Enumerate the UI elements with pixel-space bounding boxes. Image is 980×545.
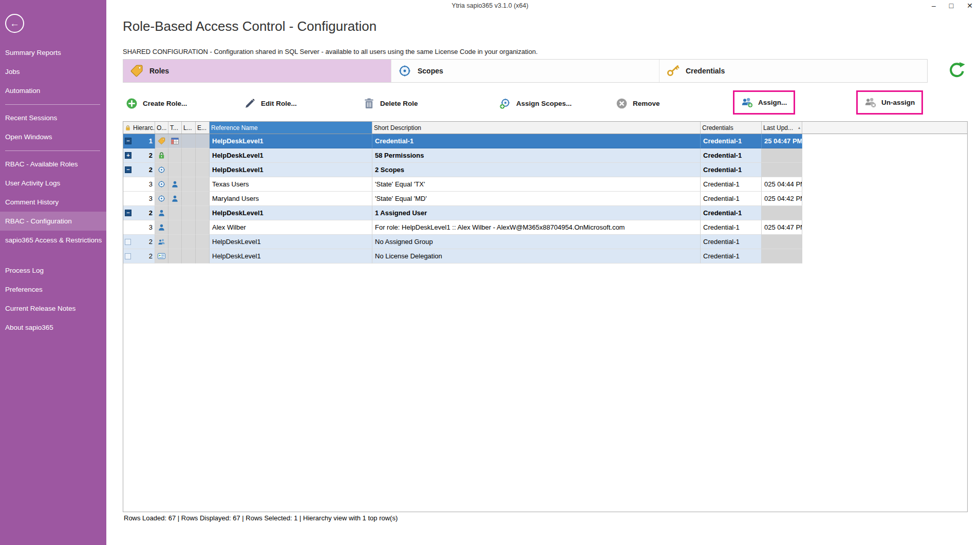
- cell-reference-name: HelpDeskLevel1: [210, 163, 372, 177]
- collapse-toggle[interactable]: −: [125, 138, 131, 144]
- tab-credentials[interactable]: Credentials: [659, 60, 927, 82]
- sidebar-item-user-activity-logs[interactable]: User Activity Logs: [0, 174, 106, 193]
- un-assign-button[interactable]: Un-assign: [856, 90, 923, 115]
- remove-button[interactable]: Remove: [616, 94, 660, 112]
- sidebar-item-rbac-configuration[interactable]: RBAC - Configuration: [0, 212, 106, 231]
- hierarchy-cell: −1: [123, 134, 155, 148]
- create-role-button[interactable]: Create Role...: [126, 94, 187, 112]
- sidebar-item-process-log[interactable]: Process Log: [0, 261, 106, 280]
- sidebar-item-jobs[interactable]: Jobs: [0, 62, 106, 81]
- assign-scopes-button[interactable]: Assign Scopes...: [499, 94, 572, 112]
- cell-short-description: Credential-1: [372, 134, 701, 148]
- status-bar: Rows Loaded: 67 | Rows Displayed: 67 | R…: [124, 514, 398, 522]
- row-icon-cell: [182, 177, 196, 192]
- sidebar-item-comment-history[interactable]: Comment History: [0, 193, 106, 212]
- hierarchy-level: 3: [149, 180, 153, 188]
- table-row[interactable]: 3Alex WilberFor role: HelpDeskLevel1 :: …: [123, 220, 967, 235]
- tab-scopes[interactable]: Scopes: [391, 60, 659, 82]
- sidebar-item-recent-sessions[interactable]: Recent Sessions: [0, 108, 106, 127]
- cell-short-description: 1 Assigned User: [372, 206, 701, 220]
- assign-button[interactable]: Assign...: [733, 90, 795, 115]
- sidebar-divider: [5, 151, 100, 151]
- column-header-t[interactable]: T...: [168, 122, 182, 134]
- sidebar-item-about-sapio365[interactable]: About sapio365: [0, 318, 106, 337]
- table-row[interactable]: 2HelpDeskLevel1No License DelegationCred…: [123, 249, 967, 264]
- column-header-last-upd[interactable]: Last Upd...▴: [762, 122, 802, 134]
- table-row[interactable]: −2HelpDeskLevel12 ScopesCredential-1: [123, 163, 967, 177]
- row-icon-cell: [182, 249, 196, 264]
- table-row[interactable]: −1HelpDeskLevel1Credential-1Credential-1…: [123, 134, 967, 148]
- sidebar-item-current-release-notes[interactable]: Current Release Notes: [0, 299, 106, 318]
- button-label: Assign Scopes...: [516, 100, 572, 107]
- column-header-short-description[interactable]: Short Description: [372, 122, 701, 134]
- lock-green-icon: [158, 152, 165, 159]
- column-header-l[interactable]: L...: [182, 122, 196, 134]
- row-checkbox[interactable]: [125, 239, 131, 245]
- hierarchy-level: 1: [149, 137, 153, 145]
- column-header-hierarc[interactable]: Hierarc...: [123, 122, 155, 134]
- cell-last-updated: [762, 148, 802, 163]
- sidebar-item-summary-reports[interactable]: Summary Reports: [0, 43, 106, 62]
- row-icon-cell: [168, 235, 182, 249]
- column-header-reference-name[interactable]: Reference Name: [210, 122, 372, 134]
- expand-toggle[interactable]: +: [125, 152, 131, 159]
- hierarchy-level: 2: [149, 238, 153, 246]
- pencil-icon: [244, 98, 256, 109]
- card-icon: [158, 252, 165, 260]
- hierarchy-cell: 3: [123, 192, 155, 206]
- row-filler: [802, 148, 967, 163]
- row-filler: [802, 192, 967, 206]
- cell-credentials: Credential-1: [701, 163, 762, 177]
- trash-icon: [363, 98, 375, 109]
- key-icon: [666, 64, 680, 78]
- table-row[interactable]: 3Maryland Users'State' Equal 'MD'Credent…: [123, 192, 967, 206]
- refresh-button[interactable]: [948, 61, 966, 80]
- table-row[interactable]: −2HelpDeskLevel11 Assigned UserCredentia…: [123, 206, 967, 220]
- sidebar-item-open-windows[interactable]: Open Windows: [0, 127, 106, 146]
- table-icon: [171, 137, 179, 145]
- hierarchy-level: 2: [149, 209, 153, 217]
- cell-credentials: Credential-1: [701, 220, 762, 235]
- column-header-e[interactable]: E...: [196, 122, 210, 134]
- collapse-toggle[interactable]: −: [125, 166, 131, 173]
- sidebar-item-rbac-available-roles[interactable]: RBAC - Available Roles: [0, 155, 106, 174]
- row-icon-cell: [182, 148, 196, 163]
- data-grid: Hierarc...O...T...L...E...Reference Name…: [123, 121, 968, 512]
- edit-role-button[interactable]: Edit Role...: [244, 94, 297, 112]
- delete-role-button[interactable]: Delete Role: [363, 94, 418, 112]
- tab-label: Scopes: [418, 67, 443, 75]
- tab-roles[interactable]: Roles: [123, 60, 391, 82]
- table-row[interactable]: 2HelpDeskLevel1No Assigned GroupCredenti…: [123, 235, 967, 249]
- row-checkbox[interactable]: [125, 253, 131, 259]
- row-icon-cell: [155, 192, 168, 206]
- table-row[interactable]: 3Texas Users'State' Equal 'TX'Credential…: [123, 177, 967, 192]
- row-icon-cell: [168, 220, 182, 235]
- sidebar-item-automation[interactable]: Automation: [0, 81, 106, 100]
- column-header-credentials[interactable]: Credentials: [701, 122, 762, 134]
- sort-indicator-icon: ▴: [798, 125, 800, 130]
- grid-body: −1HelpDeskLevel1Credential-1Credential-1…: [123, 134, 967, 264]
- row-filler: [802, 235, 967, 249]
- cell-last-updated: [762, 206, 802, 220]
- sidebar-item-sapio365-access-restrictions[interactable]: sapio365 Access & Restrictions: [0, 231, 106, 250]
- sidebar: ← Summary ReportsJobsAutomationRecent Se…: [0, 0, 106, 545]
- sidebar-divider: [5, 104, 100, 105]
- table-row[interactable]: +2HelpDeskLevel158 PermissionsCredential…: [123, 148, 967, 163]
- cell-last-updated: 025 04:47 PM: [762, 220, 802, 235]
- cell-credentials: Credential-1: [701, 235, 762, 249]
- cell-short-description: For role: HelpDeskLevel1 :: Alex Wilber …: [372, 220, 701, 235]
- row-icon-cell: [196, 235, 210, 249]
- button-label: Remove: [633, 100, 660, 107]
- tab-label: Credentials: [686, 67, 725, 75]
- row-icon-cell: [182, 134, 196, 148]
- people-plus-icon: [741, 97, 753, 108]
- refresh-icon: [948, 61, 966, 80]
- row-icon-cell: [182, 220, 196, 235]
- collapse-toggle[interactable]: −: [125, 210, 131, 216]
- column-header-label: O...: [157, 124, 166, 131]
- sidebar-item-preferences[interactable]: Preferences: [0, 280, 106, 299]
- user-icon: [158, 223, 165, 231]
- row-filler: [802, 177, 967, 192]
- column-header-o[interactable]: O...: [155, 122, 168, 134]
- back-button[interactable]: ←: [5, 14, 24, 33]
